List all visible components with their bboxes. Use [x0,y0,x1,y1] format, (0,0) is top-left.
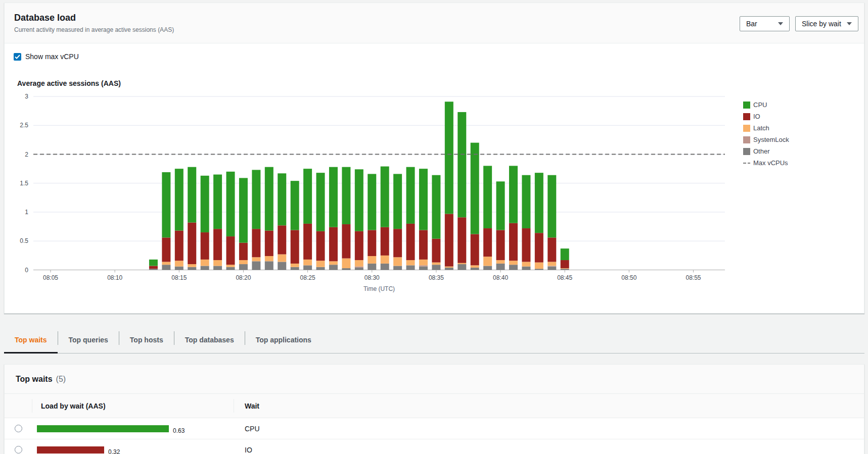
panel-title: Database load [14,13,76,23]
legend-label: Other [753,147,770,155]
chevron-down-icon [847,22,852,25]
load-value: 0.63 [173,427,185,434]
table-row-cpu: 0.63CPU [5,418,864,439]
load-bar [37,446,104,453]
legend-label: IO [753,113,760,120]
load-cell: 0.32 [32,439,234,454]
row-select-cell [5,418,32,439]
load-cell: 0.63 [32,418,234,439]
detail-tabs: Top waitsTop queriesTop hostsTop databas… [4,329,864,354]
table-header-band: Top waits (5) [5,365,864,394]
legend-item-latch: Latch [743,122,789,134]
legend-item-io: IO [743,111,789,122]
checkmark-icon [15,55,20,59]
legend-label: SystemLock [753,136,789,143]
tab-top-waits[interactable]: Top waits [4,329,58,354]
wait-cell: IO [234,439,864,454]
load-column-header: Load by wait (AAS) [32,394,234,418]
legend-swatch-icon [743,125,750,132]
table-column-headers: Load by wait (AAS) Wait [5,394,864,418]
legend-item-max-vcpus: Max vCPUs [743,157,789,169]
legend-swatch-icon [743,113,750,120]
show-max-vcpu-row: Show max vCPU [14,53,79,61]
row-radio-button[interactable] [15,446,22,453]
load-bar [37,425,169,432]
panel-subtitle: Current activity measured in average act… [14,26,174,33]
load-value: 0.32 [108,448,120,454]
legend-label: Max vCPUs [753,159,788,167]
tab-top-databases[interactable]: Top databases [174,329,245,354]
legend-label: CPU [753,101,767,109]
show-max-vcpu-checkbox[interactable] [14,53,21,61]
selection-column-header [5,394,32,418]
legend-swatch-icon [743,148,750,155]
legend-item-cpu: CPU [743,99,789,111]
tab-top-hosts[interactable]: Top hosts [119,329,174,354]
chart-legend: CPUIOLatchSystemLockOtherMax vCPUs [743,99,789,169]
table-count: (5) [56,375,66,384]
table-body: 0.63CPU0.32IO [5,418,864,454]
chart-type-select[interactable]: Bar [740,16,790,31]
row-radio-button[interactable] [15,425,22,432]
row-select-cell [5,439,32,454]
legend-swatch-icon [743,136,750,143]
top-waits-panel: Top waits (5) Load by wait (AAS) Wait 0.… [4,364,864,454]
chart-type-select-value: Bar [746,20,757,28]
slice-by-select-value: Slice by wait [802,20,841,28]
slice-by-select[interactable]: Slice by wait [795,16,858,31]
legend-label: Latch [753,124,769,132]
chevron-down-icon [778,22,783,25]
table-row-io: 0.32IO [5,439,864,454]
tab-top-queries[interactable]: Top queries [58,329,119,354]
legend-item-other: Other [743,145,789,157]
panel-header: Database load Current activity measured … [5,3,864,43]
legend-item-systemlock: SystemLock [743,134,789,145]
show-max-vcpu-label: Show max vCPU [25,53,79,61]
tab-top-applications[interactable]: Top applications [245,329,322,354]
wait-column-header: Wait [234,394,864,418]
wait-cell: CPU [234,418,864,439]
dashed-line-icon [743,160,750,167]
chart-title: Average active sessions (AAS) [17,79,121,87]
legend-swatch-icon [743,102,750,109]
database-load-panel: Database load Current activity measured … [4,3,864,314]
table-title: Top waits [16,375,53,384]
